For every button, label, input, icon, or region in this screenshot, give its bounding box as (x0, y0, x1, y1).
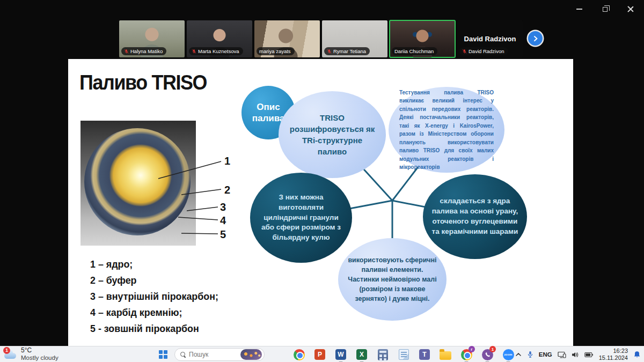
participant-video-mariya[interactable]: mariya zayats (254, 20, 320, 57)
figure-label-3: 3 (220, 201, 226, 213)
chevron-right-icon (532, 35, 539, 42)
mic-muted-icon (192, 49, 196, 54)
chrome-profile-app-button[interactable]: г (460, 348, 473, 361)
zoom-meeting-window: Halyna Matiko Marta Kuznetsova mariya za… (0, 0, 644, 362)
figure-legend: 1 – ядро; 2 – буфер 3 – внутрішній пірок… (90, 258, 226, 339)
pinned-apps: P W X T г 1 zoom (272, 348, 515, 361)
battery-icon[interactable] (584, 352, 594, 358)
teams-app-button[interactable]: T (418, 348, 431, 361)
word-app-button[interactable]: W (334, 348, 347, 361)
zoom-icon: zoom (503, 349, 514, 360)
weather-condition: Mostly cloudy (21, 354, 58, 361)
copilot-app-button[interactable] (272, 348, 284, 361)
copilot-icon (273, 349, 284, 360)
next-participants-button[interactable] (528, 31, 543, 46)
figure-label-4: 4 (220, 215, 226, 227)
notification-bell-icon[interactable] (633, 351, 641, 358)
calculator-app-button[interactable] (376, 348, 389, 361)
bubble-triso-testing: Тестування палива TRISO викликає великий… (389, 87, 504, 173)
chrome-app-button[interactable] (292, 348, 305, 361)
participant-name-tag: Halyna Matiko (121, 47, 166, 55)
participant-filmstrip: Halyna Matiko Marta Kuznetsova mariya za… (119, 20, 523, 57)
bubble-pellet-shapes: З них можна виготовляти циліндричні гран… (250, 173, 352, 263)
bubble-fuel-core-layers: складається з ядра палива на основі уран… (423, 174, 527, 259)
calculator-icon (378, 349, 388, 360)
legend-item: 1 – ядро; (90, 258, 218, 270)
cloud-icon: 1 (4, 349, 17, 360)
bubble-spherical-elements: використовують сферичні паливні елементи… (338, 238, 447, 321)
windows-logo-icon (159, 350, 163, 354)
mic-muted-icon (124, 49, 129, 54)
weather-widget[interactable]: 1 5°C Mostly cloudy (4, 347, 58, 361)
figure-label-1: 1 (224, 155, 230, 167)
search-daily-image[interactable] (240, 349, 262, 360)
excel-app-button[interactable]: X (355, 348, 368, 361)
legend-item: 5 - зовшній пірокарбон (90, 323, 218, 335)
folder-icon (440, 351, 451, 360)
window-controls (573, 3, 636, 15)
chrome-icon (294, 349, 305, 360)
bubble-triso-acronym: TRISO розшифровується як TRi-структурне … (279, 91, 386, 178)
viber-app-button[interactable]: 1 (481, 348, 494, 361)
participant-name-tag: David Radzivon (459, 47, 508, 55)
close-button[interactable] (625, 3, 636, 15)
mic-muted-icon (327, 49, 332, 54)
zoom-app-button[interactable]: zoom (502, 348, 515, 361)
notepad-app-button[interactable] (397, 348, 410, 361)
participant-video-david[interactable]: David Radzivon David Radzivon (457, 20, 523, 57)
minimize-icon (576, 9, 582, 10)
system-tray: ENG 16:23 15.11.2024 (515, 346, 641, 362)
notification-badge: 1 (489, 346, 496, 352)
triso-particle-figure: 1 2 3 4 5 (80, 120, 241, 248)
tray-time: 16:23 (613, 348, 628, 354)
windows-taskbar: 1 5°C Mostly cloudy P W X (0, 346, 644, 362)
restore-icon (603, 7, 608, 12)
participant-video-rymar[interactable]: Rymar Tetiana (322, 20, 387, 57)
teams-icon: T (419, 349, 430, 360)
restore-button[interactable] (599, 3, 611, 15)
weather-temperature: 5°C (21, 347, 58, 354)
legend-item: 2 – буфер (90, 275, 218, 286)
excel-icon: X (356, 349, 367, 360)
search-input[interactable] (189, 351, 237, 358)
profile-badge: г (469, 346, 475, 352)
participant-name-tag: Dariia Chuchman (392, 47, 437, 55)
hidden-icons-chevron[interactable] (515, 352, 522, 357)
clock[interactable]: 16:23 15.11.2024 (599, 348, 628, 361)
powerpoint-app-button[interactable]: P (313, 348, 326, 361)
figure-label-2: 2 (224, 184, 230, 196)
cast-display-icon[interactable] (558, 351, 566, 358)
slide-title: Паливо TRISO (79, 71, 207, 94)
start-button[interactable] (159, 350, 167, 359)
close-icon (627, 6, 634, 12)
volume-icon[interactable] (572, 351, 579, 358)
participant-video-halyna[interactable]: Halyna Matiko (119, 20, 185, 57)
language-indicator[interactable]: ENG (539, 351, 552, 358)
shared-presentation-slide: Паливо TRISO 1 2 3 4 5 1 – ядро; 2 – буф… (68, 59, 573, 346)
search-icon (180, 352, 186, 357)
weather-badge: 1 (3, 347, 10, 354)
participant-name-tag: Rymar Tetiana (324, 47, 370, 55)
participant-name-tag: Marta Kuznetsova (189, 47, 243, 55)
figure-leader-lines (80, 120, 241, 248)
legend-item: 3 – внутрішній пірокарбон; (90, 291, 218, 302)
notepad-icon (399, 349, 409, 360)
participant-name-tag: mariya zayats (257, 47, 295, 55)
file-explorer-app-button[interactable] (439, 348, 452, 361)
fuel-description-diagram: TRISO розшифровується як TRi-структурне … (241, 86, 542, 333)
participant-video-marta[interactable]: Marta Kuznetsova (187, 20, 252, 57)
mic-muted-icon (462, 49, 467, 54)
taskbar-search[interactable] (174, 348, 265, 361)
participant-video-dariia-active-speaker[interactable]: Dariia Chuchman (390, 20, 455, 57)
microphone-tray-icon[interactable] (527, 351, 533, 358)
word-icon: W (335, 349, 346, 360)
minimize-button[interactable] (573, 3, 585, 15)
powerpoint-icon: P (314, 349, 325, 360)
figure-label-5: 5 (220, 228, 226, 241)
legend-item: 4 – карбід кремнію; (90, 307, 218, 319)
tray-date: 15.11.2024 (599, 354, 628, 361)
